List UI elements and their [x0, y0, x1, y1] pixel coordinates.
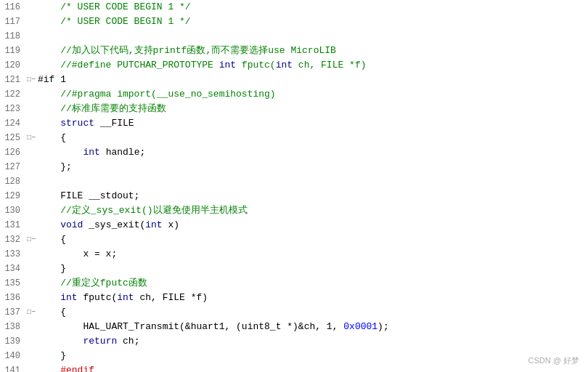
code-row: 118 [0, 29, 588, 44]
code-token: return [83, 336, 117, 347]
code-row: 124 struct __FILE [0, 116, 588, 131]
line-number: 125 [0, 131, 26, 145]
code-token: __FILE [94, 118, 134, 129]
code-content: //#pragma import(__use_no_semihosting) [36, 87, 588, 102]
code-row: 134 } [0, 262, 588, 276]
code-content: //重定义fputc函数 [36, 276, 588, 291]
code-content: /* USER CODE BEGIN 1 */ [36, 15, 588, 29]
code-row: 125□− { [0, 131, 588, 145]
code-content: struct __FILE [36, 116, 588, 131]
code-token: { [38, 132, 66, 143]
line-number: 138 [0, 320, 26, 334]
code-row: 133 x = x; [0, 247, 588, 262]
code-token: struct [60, 118, 94, 129]
line-number: 123 [0, 102, 26, 116]
code-content: { [36, 232, 588, 247]
code-token: int [83, 147, 99, 158]
line-number: 140 [0, 349, 26, 363]
code-token: void [60, 219, 83, 230]
code-token: _sys_exit( [83, 219, 145, 230]
code-content: { [36, 131, 588, 145]
line-number: 134 [0, 262, 26, 276]
code-token: int [276, 60, 293, 70]
fold-icon[interactable]: □− [26, 232, 36, 247]
code-token: ch, FILE *f) [293, 60, 366, 70]
line-number: 126 [0, 145, 26, 160]
code-token: }; [38, 161, 72, 172]
code-row: 132□− { [0, 232, 588, 247]
code-row: 120 //#define PUTCHAR_PROTOTYPE int fput… [0, 58, 588, 73]
code-token: HAL_UART_Transmit(&huart1, (uint8_t *)&c… [38, 321, 343, 332]
code-row: 123 //标准库需要的支持函数 [0, 102, 588, 116]
code-token: ch, FILE *f) [134, 292, 208, 303]
line-number: 131 [0, 218, 26, 232]
code-content: #if 1 [36, 73, 588, 87]
code-token: int [60, 292, 77, 303]
code-row: 126 int handle; [0, 145, 588, 160]
code-token: { [38, 307, 66, 318]
code-token: //加入以下代码,支持printf函数,而不需要选择use MicroLIB [38, 45, 336, 56]
code-token: //定义_sys_exit()以避免使用半主机模式 [38, 205, 248, 216]
line-number: 120 [0, 58, 26, 73]
line-number: 137 [0, 305, 26, 320]
code-row: 135 //重定义fputc函数 [0, 276, 588, 291]
line-number: 124 [0, 116, 26, 131]
code-token: ch; [117, 336, 139, 347]
code-token: int [145, 219, 162, 230]
fold-icon[interactable]: □− [26, 305, 36, 320]
code-token: int [219, 60, 236, 70]
fold-icon[interactable]: □− [26, 73, 36, 87]
code-lines: 116 /* USER CODE BEGIN 1 */117 /* USER C… [0, 0, 588, 372]
code-token: handle; [100, 147, 145, 158]
line-number: 133 [0, 247, 26, 262]
code-token: FILE __stdout; [38, 190, 139, 201]
code-token [38, 365, 60, 372]
code-token: x = x; [38, 248, 117, 259]
code-row: 121□−#if 1 [0, 73, 588, 87]
code-token: #if 1 [38, 74, 66, 85]
line-number: 119 [0, 44, 26, 58]
code-token: } [38, 263, 66, 274]
code-content: int handle; [36, 145, 588, 160]
code-token: } [38, 350, 66, 361]
code-token: x) [163, 219, 179, 230]
line-number: 118 [0, 29, 26, 44]
code-content: //标准库需要的支持函数 [36, 102, 588, 116]
fold-icon[interactable]: □− [26, 131, 36, 145]
code-row: 130 //定义_sys_exit()以避免使用半主机模式 [0, 203, 588, 218]
code-row: 140 } [0, 349, 588, 363]
code-token: /* USER CODE BEGIN 1 */ [38, 16, 191, 27]
code-token: fputc( [78, 292, 118, 303]
watermark: CSDN @ 好梦 [528, 355, 579, 366]
code-row: 136 int fputc(int ch, FILE *f) [0, 291, 588, 305]
code-editor: 116 /* USER CODE BEGIN 1 */117 /* USER C… [0, 0, 588, 372]
code-content: /* USER CODE BEGIN 1 */ [36, 0, 588, 15]
code-token: //#define PUTCHAR_PROTOTYPE [38, 60, 219, 70]
code-token: /* USER CODE BEGIN 1 */ [38, 1, 191, 12]
code-token: //标准库需要的支持函数 [38, 103, 166, 114]
line-number: 132 [0, 232, 26, 247]
code-token [38, 147, 83, 158]
code-content: HAL_UART_Transmit(&huart1, (uint8_t *)&c… [36, 320, 588, 334]
code-row: 128 [0, 174, 588, 189]
line-number: 116 [0, 0, 26, 15]
code-row: 141 #endif [0, 363, 588, 372]
code-token: #endif [60, 365, 94, 372]
code-content: { [36, 305, 588, 320]
code-row: 122 //#pragma import(__use_no_semihostin… [0, 87, 588, 102]
code-token: int [117, 292, 134, 303]
code-content: FILE __stdout; [36, 189, 588, 203]
code-content: } [36, 262, 588, 276]
line-number: 136 [0, 291, 26, 305]
code-row: 138 HAL_UART_Transmit(&huart1, (uint8_t … [0, 320, 588, 334]
code-token [38, 336, 83, 347]
code-row: 131 void _sys_exit(int x) [0, 218, 588, 232]
code-token: //重定义fputc函数 [38, 278, 147, 288]
code-row: 117 /* USER CODE BEGIN 1 */ [0, 15, 588, 29]
code-token: { [38, 234, 66, 245]
line-number: 130 [0, 203, 26, 218]
code-content: int fputc(int ch, FILE *f) [36, 291, 588, 305]
code-token: 0x0001 [343, 321, 377, 332]
code-content: //定义_sys_exit()以避免使用半主机模式 [36, 203, 588, 218]
line-number: 141 [0, 363, 26, 372]
